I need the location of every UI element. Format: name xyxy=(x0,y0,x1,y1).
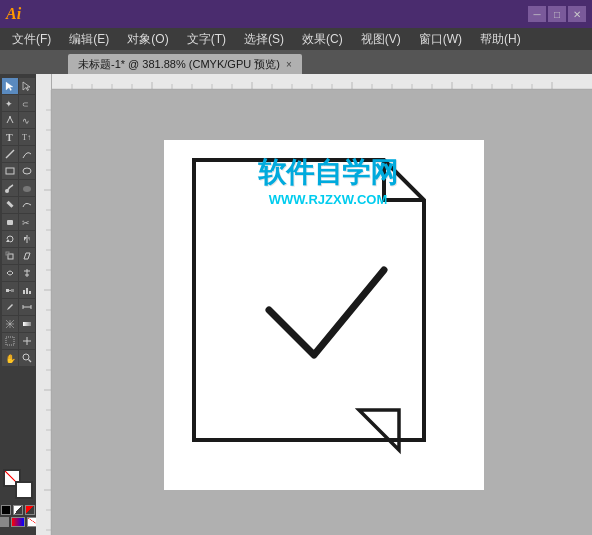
rotate-tool[interactable] xyxy=(2,231,18,247)
svg-text:∿: ∿ xyxy=(22,116,30,125)
svg-rect-25 xyxy=(23,290,25,294)
svg-text:⊂: ⊂ xyxy=(22,100,29,108)
menu-object[interactable]: 对象(O) xyxy=(119,29,176,50)
stroke-color-box[interactable] xyxy=(15,481,33,499)
close-button[interactable]: ✕ xyxy=(568,6,586,22)
tool-row-mesh xyxy=(2,316,35,332)
blend-tool[interactable] xyxy=(2,282,18,298)
tool-row-warp xyxy=(2,265,35,281)
rectangle-tool[interactable] xyxy=(2,163,18,179)
svg-text:T↑: T↑ xyxy=(22,133,31,142)
tool-row-pen: ∿ xyxy=(2,112,35,128)
zoom-tool[interactable] xyxy=(19,350,35,366)
mesh-tool[interactable] xyxy=(2,316,18,332)
gradient-mode-btn[interactable] xyxy=(11,517,25,527)
menu-window[interactable]: 窗口(W) xyxy=(411,29,470,50)
maximize-button[interactable]: □ xyxy=(548,6,566,22)
minimize-button[interactable]: ─ xyxy=(528,6,546,22)
scale-tool[interactable] xyxy=(2,248,18,264)
menu-select[interactable]: 选择(S) xyxy=(236,29,292,50)
width-tool[interactable] xyxy=(19,265,35,281)
selection-tool[interactable] xyxy=(2,78,18,94)
tab-close-icon[interactable]: × xyxy=(286,59,292,70)
gradient-tool[interactable] xyxy=(19,316,35,332)
warp-tool[interactable] xyxy=(2,265,18,281)
menu-edit[interactable]: 编辑(E) xyxy=(61,29,117,50)
svg-point-10 xyxy=(23,168,31,174)
column-graph-tool[interactable] xyxy=(19,282,35,298)
svg-rect-32 xyxy=(6,337,14,345)
swap-colors-icon[interactable] xyxy=(13,505,23,515)
measure-tool[interactable] xyxy=(19,299,35,315)
slice-tool[interactable] xyxy=(19,333,35,349)
main-area: ✦ ⊂ ∿ T T↑ xyxy=(0,74,592,535)
canvas-area[interactable]: 软件自学网 WWW.RJZXW.COM xyxy=(36,74,592,535)
reflect-tool[interactable] xyxy=(19,231,35,247)
ruler-vertical xyxy=(36,74,52,535)
lasso-tool[interactable]: ⊂ xyxy=(19,95,35,111)
svg-line-8 xyxy=(6,150,14,158)
pen-tool[interactable] xyxy=(2,112,18,128)
scissors-tool[interactable]: ✂ xyxy=(19,214,35,230)
type-tool[interactable]: T xyxy=(2,129,18,145)
tab-bar: 未标题-1* @ 381.88% (CMYK/GPU 预览) × xyxy=(0,50,592,74)
color-boxes xyxy=(3,469,33,499)
color-section xyxy=(0,469,41,531)
curvature-tool[interactable]: ∿ xyxy=(19,112,35,128)
eyedropper-tool[interactable] xyxy=(2,299,18,315)
none-color-icon[interactable] xyxy=(25,505,35,515)
touch-type-tool[interactable]: T↑ xyxy=(19,129,35,145)
svg-text:✋: ✋ xyxy=(5,353,15,363)
blob-brush-tool[interactable] xyxy=(19,180,35,196)
tool-row-hand: ✋ xyxy=(2,350,35,366)
tool-row-eraser: ✂ xyxy=(2,214,35,230)
svg-rect-22 xyxy=(6,289,9,292)
shear-tool[interactable] xyxy=(19,248,35,264)
svg-rect-31 xyxy=(23,322,31,326)
small-controls xyxy=(1,505,35,515)
mode-row xyxy=(0,517,41,527)
smooth-tool[interactable] xyxy=(19,197,35,213)
menu-view[interactable]: 视图(V) xyxy=(353,29,409,50)
arc-tool[interactable] xyxy=(19,146,35,162)
artboard-container xyxy=(66,104,582,525)
tool-row-line xyxy=(2,146,35,162)
menu-help[interactable]: 帮助(H) xyxy=(472,29,529,50)
menu-type[interactable]: 文字(T) xyxy=(179,29,234,50)
svg-point-36 xyxy=(23,354,29,360)
line-segment-tool[interactable] xyxy=(2,146,18,162)
magic-wand-tool[interactable]: ✦ xyxy=(2,95,18,111)
color-mode-btn[interactable] xyxy=(0,517,9,527)
eraser-tool[interactable] xyxy=(2,214,18,230)
tool-row-type: T T↑ xyxy=(2,129,35,145)
ellipse-tool[interactable] xyxy=(19,163,35,179)
default-colors-icon[interactable] xyxy=(1,505,11,515)
menu-bar: 文件(F) 编辑(E) 对象(O) 文字(T) 选择(S) 效果(C) 视图(V… xyxy=(0,28,592,50)
svg-marker-1 xyxy=(23,82,30,91)
toolbar: ✦ ⊂ ∿ T T↑ xyxy=(0,74,36,535)
svg-text:T: T xyxy=(6,132,13,142)
pencil-tool[interactable] xyxy=(2,197,18,213)
svg-line-37 xyxy=(28,360,31,363)
svg-rect-27 xyxy=(29,291,31,294)
svg-point-12 xyxy=(23,186,31,192)
paintbrush-tool[interactable] xyxy=(2,180,18,196)
svg-text:✂: ✂ xyxy=(22,218,30,227)
tool-row-scale xyxy=(2,248,35,264)
svg-text:✦: ✦ xyxy=(5,99,13,108)
svg-marker-0 xyxy=(6,82,13,91)
tool-row-eyedropper xyxy=(2,299,35,315)
direct-selection-tool[interactable] xyxy=(19,78,35,94)
tool-row-magic: ✦ ⊂ xyxy=(2,95,35,111)
window-controls: ─ □ ✕ xyxy=(528,6,586,22)
svg-rect-23 xyxy=(11,289,14,292)
svg-rect-13 xyxy=(6,201,13,208)
svg-rect-9 xyxy=(6,168,14,174)
menu-file[interactable]: 文件(F) xyxy=(4,29,59,50)
hand-tool[interactable]: ✋ xyxy=(2,350,18,366)
artboard-tool[interactable] xyxy=(2,333,18,349)
menu-effect[interactable]: 效果(C) xyxy=(294,29,351,50)
active-tab[interactable]: 未标题-1* @ 381.88% (CMYK/GPU 预览) × xyxy=(68,54,302,74)
artboard xyxy=(164,140,484,490)
tool-row-blend xyxy=(2,282,35,298)
